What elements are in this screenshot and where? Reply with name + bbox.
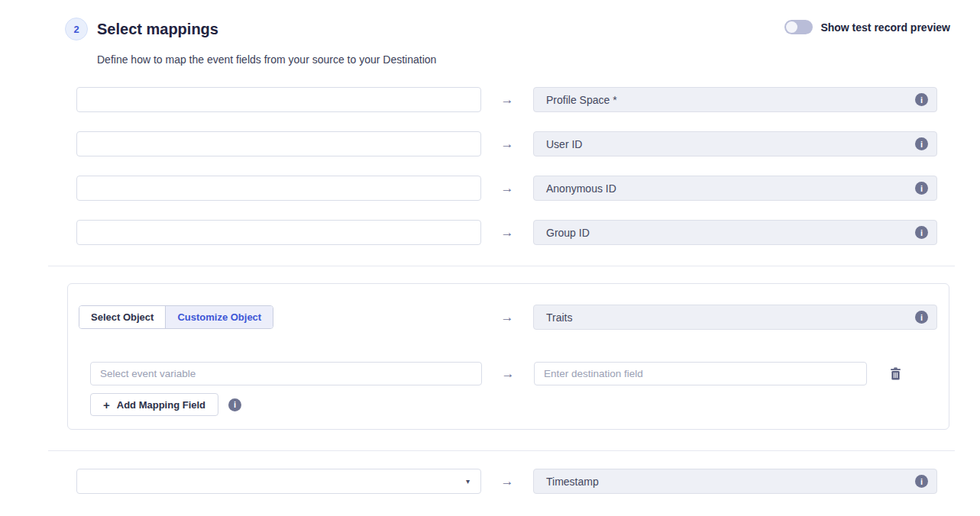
destination-field: Profile Space * i: [533, 87, 937, 112]
event-variable-input[interactable]: [90, 362, 482, 385]
plus-icon: +: [103, 399, 110, 411]
mapping-row-profile-space: → Profile Space * i: [76, 87, 937, 112]
destination-field-label: Timestamp: [546, 476, 599, 488]
object-tabs-cell: Select Object Customize Object: [79, 305, 481, 329]
toggle-switch[interactable]: [784, 20, 813, 34]
info-icon[interactable]: i: [915, 182, 928, 195]
step-number-badge: 2: [65, 18, 88, 40]
traits-row: Select Object Customize Object → Traits …: [79, 305, 937, 330]
arrow-right-icon: →: [481, 137, 533, 150]
tab-select-object[interactable]: Select Object: [79, 306, 165, 328]
custom-mapping-row: →: [90, 362, 901, 385]
info-icon[interactable]: i: [915, 137, 928, 150]
destination-field: Timestamp i: [533, 469, 937, 494]
destination-field: Traits i: [533, 305, 937, 330]
mapping-row-group-id: → Group ID i: [76, 220, 937, 245]
timestamp-source-select[interactable]: ▾: [76, 469, 481, 494]
toggle-knob: [786, 21, 797, 33]
add-mapping-field-label: Add Mapping Field: [117, 399, 205, 411]
destination-field-label: Anonymous ID: [546, 182, 616, 195]
page-subtitle: Define how to map the event fields from …: [97, 53, 436, 66]
destination-field-label: User ID: [546, 138, 582, 150]
step-number: 2: [73, 24, 79, 35]
traits-mapping-card: Select Object Customize Object → Traits …: [67, 283, 949, 430]
select-mappings-page: 2 Select mappings Show test record previ…: [0, 0, 980, 516]
destination-field-input[interactable]: [534, 362, 867, 385]
test-record-preview-toggle[interactable]: Show test record preview: [784, 20, 950, 34]
object-mode-tabs: Select Object Customize Object: [79, 305, 273, 329]
delete-mapping-button[interactable]: [890, 367, 901, 380]
info-icon[interactable]: i: [915, 311, 928, 324]
arrow-right-icon: →: [481, 226, 533, 239]
toggle-label: Show test record preview: [820, 21, 950, 34]
add-mapping-row: + Add Mapping Field i: [90, 393, 241, 416]
arrow-right-icon: →: [482, 367, 534, 380]
source-input[interactable]: [76, 176, 481, 201]
trash-icon: [890, 367, 901, 380]
arrow-right-icon: →: [481, 311, 533, 324]
destination-field: Group ID i: [533, 220, 937, 245]
arrow-right-icon: →: [481, 475, 533, 488]
destination-field-label: Traits: [546, 311, 572, 324]
source-input[interactable]: [76, 131, 481, 156]
divider: [48, 266, 955, 266]
source-input[interactable]: [76, 220, 481, 245]
destination-field-label: Profile Space *: [546, 94, 617, 106]
info-icon[interactable]: i: [915, 226, 928, 239]
mapping-row-user-id: → User ID i: [76, 131, 937, 156]
mapping-row-timestamp: ▾ → Timestamp i: [76, 469, 937, 494]
add-mapping-field-button[interactable]: + Add Mapping Field: [90, 393, 218, 416]
simple-mapping-rows: → Profile Space * i → User ID i → Anonym…: [76, 87, 937, 264]
page-title: Select mappings: [97, 21, 218, 38]
arrow-right-icon: →: [481, 182, 533, 195]
arrow-right-icon: →: [481, 93, 533, 106]
divider: [48, 450, 955, 451]
tab-customize-object[interactable]: Customize Object: [165, 306, 273, 328]
source-input[interactable]: [76, 87, 481, 112]
destination-field: User ID i: [533, 131, 937, 156]
mapping-row-anonymous-id: → Anonymous ID i: [76, 176, 937, 201]
info-icon[interactable]: i: [915, 475, 928, 488]
chevron-down-icon: ▾: [466, 478, 470, 485]
info-icon[interactable]: i: [228, 398, 241, 411]
info-icon[interactable]: i: [915, 93, 928, 106]
destination-field: Anonymous ID i: [533, 176, 937, 201]
destination-field-label: Group ID: [546, 227, 590, 239]
